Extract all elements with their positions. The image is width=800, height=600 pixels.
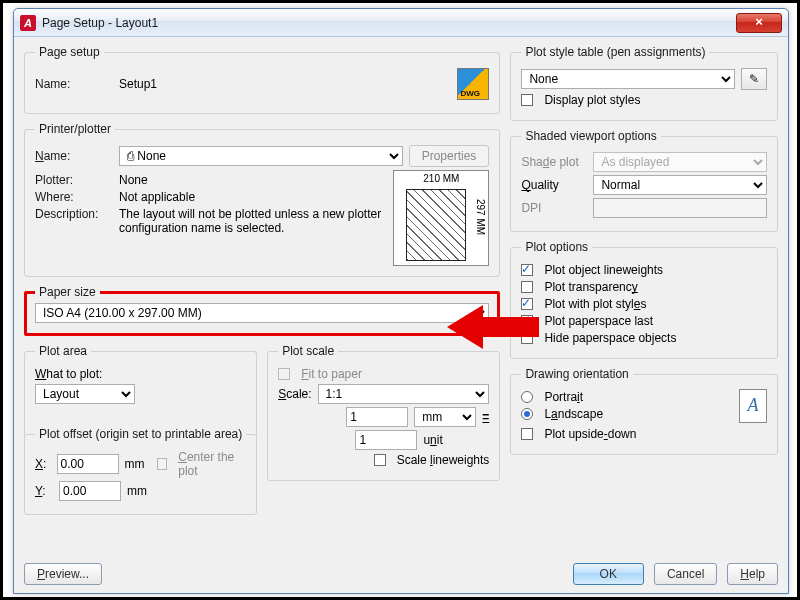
dwg-icon — [457, 68, 489, 100]
fit-to-paper-checkbox — [278, 368, 290, 380]
offset-x-input[interactable] — [57, 454, 119, 474]
plot-upside-down-label: Plot upside-down — [544, 427, 636, 441]
close-button[interactable]: × — [736, 13, 782, 33]
paper-size-group: Paper size ISO A4 (210.00 x 297.00 MM) — [24, 285, 500, 336]
plot-style-select[interactable]: None — [521, 69, 735, 89]
plot-upside-down-checkbox[interactable] — [521, 428, 533, 440]
display-plot-styles-checkbox[interactable] — [521, 94, 533, 106]
hide-paperspace-label: Hide paperspace objects — [544, 331, 676, 345]
ok-button[interactable]: OK — [573, 563, 644, 585]
cancel-button[interactable]: Cancel — [654, 563, 717, 585]
paper-size-legend: Paper size — [35, 285, 100, 299]
display-plot-styles-label: Display plot styles — [544, 93, 640, 107]
description-label: Description: — [35, 207, 113, 221]
preview-width: 210 MM — [394, 173, 488, 184]
plot-transparency-checkbox[interactable] — [521, 281, 533, 293]
landscape-radio[interactable] — [521, 408, 533, 420]
printer-name-label: Name: — [35, 149, 113, 163]
portrait-radio[interactable] — [521, 391, 533, 403]
page-setup-name-label: Name: — [35, 77, 113, 91]
plot-area-legend: Plot area — [35, 344, 91, 358]
plot-lineweights-label: Plot object lineweights — [544, 263, 663, 277]
page-setup-name-value: Setup1 — [119, 77, 157, 91]
plot-transparency-label: Plot transparency — [544, 280, 637, 294]
portrait-label: Portrait — [544, 390, 583, 404]
center-plot-checkbox — [157, 458, 168, 470]
plot-scale-legend: Plot scale — [278, 344, 338, 358]
plotter-value: None — [119, 173, 148, 187]
orientation-icon: A — [739, 389, 767, 423]
titlebar: A Page Setup - Layout1 × — [14, 9, 788, 37]
preview-button[interactable]: Preview... — [24, 563, 102, 585]
edit-style-button[interactable]: ✎ — [741, 68, 767, 90]
plot-scale-group: Plot scale Fit to paper Scale: 1:1 mm = … — [267, 344, 500, 481]
plot-with-styles-label: Plot with plot styles — [544, 297, 646, 311]
shaded-viewport-group: Shaded viewport options Shade plotAs dis… — [510, 129, 778, 232]
scale-denominator-input[interactable] — [355, 430, 417, 450]
orientation-legend: Drawing orientation — [521, 367, 632, 381]
paper-size-select[interactable]: ISO A4 (210.00 x 297.00 MM) — [35, 303, 489, 323]
offset-x-unit: mm — [125, 457, 145, 471]
scale-unit-select[interactable]: mm — [414, 407, 476, 427]
printer-legend: Printer/plotter — [35, 122, 115, 136]
fit-to-paper-label: Fit to paper — [301, 367, 362, 381]
shaded-viewport-legend: Shaded viewport options — [521, 129, 660, 143]
equals-sign: = — [482, 410, 489, 424]
plot-style-group: Plot style table (pen assignments) None … — [510, 45, 778, 121]
page-setup-legend: Page setup — [35, 45, 104, 59]
dpi-label: DPI — [521, 201, 587, 215]
where-value: Not applicable — [119, 190, 195, 204]
offset-y-unit: mm — [127, 484, 147, 498]
where-label: Where: — [35, 190, 113, 204]
dialog-footer: Preview... OK Cancel Help — [24, 563, 778, 585]
what-to-plot-select[interactable]: Layout — [35, 384, 135, 404]
window-title: Page Setup - Layout1 — [42, 16, 158, 30]
pen-icon: ✎ — [749, 72, 759, 86]
plot-offset-group: Plot offset (origin set to printable are… — [24, 427, 257, 515]
printer-group: Printer/plotter Name: ⎙ None Properties … — [24, 122, 500, 277]
properties-button[interactable]: Properties — [409, 145, 490, 167]
plot-lineweights-checkbox[interactable] — [521, 264, 533, 276]
printer-name-select[interactable]: ⎙ None — [119, 146, 403, 166]
plot-options-group: Plot options Plot object lineweights Plo… — [510, 240, 778, 359]
orientation-group: Drawing orientation Portrait Landscape A… — [510, 367, 778, 455]
what-to-plot-label: What to plot: — [35, 367, 102, 381]
help-button[interactable]: Help — [727, 563, 778, 585]
app-icon: A — [20, 15, 36, 31]
offset-x-label: X: — [35, 457, 51, 471]
plot-offset-legend: Plot offset (origin set to printable are… — [35, 427, 246, 441]
dialog-window: A Page Setup - Layout1 × Page setup Name… — [13, 8, 789, 594]
center-plot-label: Center the plot — [178, 450, 246, 478]
annotation-arrow — [447, 305, 539, 349]
offset-y-input[interactable] — [59, 481, 121, 501]
scale-label: Scale: — [278, 387, 311, 401]
plotter-label: Plotter: — [35, 173, 113, 187]
shade-plot-label: Shade plot — [521, 155, 587, 169]
description-value: The layout will not be plotted unless a … — [119, 207, 383, 235]
paper-preview: 210 MM 297 MM — [393, 170, 489, 266]
scale-lineweights-checkbox[interactable] — [374, 454, 386, 466]
scale-lineweights-label: Scale lineweights — [397, 453, 490, 467]
scale-select[interactable]: 1:1 — [318, 384, 490, 404]
page-setup-group: Page setup Name: Setup1 — [24, 45, 500, 114]
preview-height: 297 MM — [475, 199, 486, 235]
landscape-label: Landscape — [544, 407, 603, 421]
quality-select[interactable]: Normal — [593, 175, 767, 195]
plot-style-legend: Plot style table (pen assignments) — [521, 45, 709, 59]
shade-plot-select: As displayed — [593, 152, 767, 172]
scale-numerator-input[interactable] — [346, 407, 408, 427]
plot-options-legend: Plot options — [521, 240, 592, 254]
dpi-input — [593, 198, 767, 218]
scale-den-unit: unit — [423, 433, 489, 447]
offset-y-label: Y: — [35, 484, 53, 498]
quality-label: Quality — [521, 178, 587, 192]
plot-paperspace-last-label: Plot paperspace last — [544, 314, 653, 328]
